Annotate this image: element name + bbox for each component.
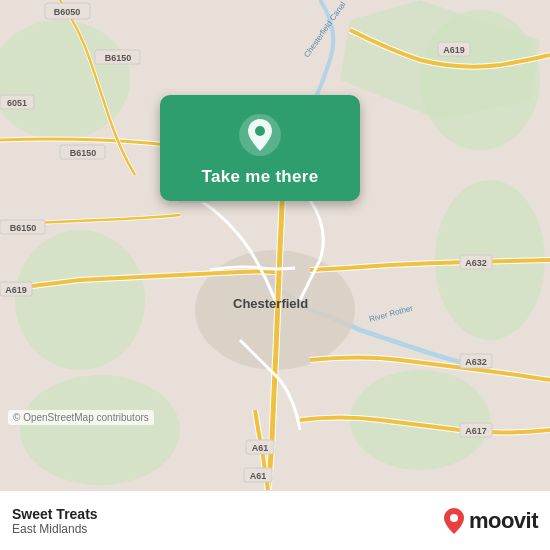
osm-attribution: © OpenStreetMap contributors <box>8 410 154 425</box>
svg-point-39 <box>255 126 265 136</box>
svg-text:A61: A61 <box>250 471 267 481</box>
svg-text:6051: 6051 <box>7 98 27 108</box>
svg-point-5 <box>20 375 180 485</box>
navigation-popup[interactable]: Take me there <box>160 95 360 201</box>
svg-text:B6050: B6050 <box>54 7 81 17</box>
osm-credit-text: © OpenStreetMap contributors <box>13 412 149 423</box>
svg-text:B6150: B6150 <box>105 53 132 63</box>
svg-point-40 <box>450 514 458 522</box>
svg-text:A617: A617 <box>465 426 487 436</box>
location-name: Sweet Treats <box>12 506 98 522</box>
svg-text:A632: A632 <box>465 258 487 268</box>
svg-point-4 <box>15 230 145 370</box>
svg-text:Chesterfield: Chesterfield <box>233 296 308 311</box>
svg-text:B6150: B6150 <box>70 148 97 158</box>
take-me-there-button[interactable]: Take me there <box>202 167 319 187</box>
moovit-logo: moovit <box>443 507 538 535</box>
moovit-pin-icon <box>443 507 465 535</box>
bottom-info-bar: Sweet Treats East Midlands moovit <box>0 490 550 550</box>
moovit-brand-text: moovit <box>469 508 538 534</box>
map-view: B6050 6051 B6150 B6150 B6150 B6o A619 A6… <box>0 0 550 490</box>
svg-text:A632: A632 <box>465 357 487 367</box>
svg-text:A619: A619 <box>443 45 465 55</box>
location-pin-icon <box>238 113 282 157</box>
location-region: East Midlands <box>12 522 98 536</box>
svg-text:A619: A619 <box>5 285 27 295</box>
svg-text:B6150: B6150 <box>10 223 37 233</box>
location-info: Sweet Treats East Midlands <box>12 506 98 536</box>
svg-text:A61: A61 <box>252 443 269 453</box>
